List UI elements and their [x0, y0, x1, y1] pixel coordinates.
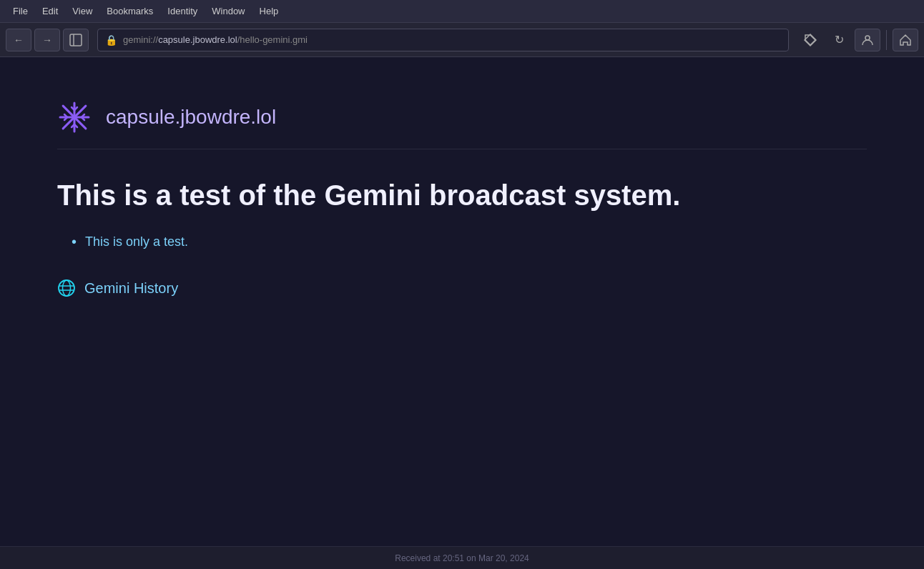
- sidebar-icon: [69, 34, 82, 46]
- snowflake-icon: [59, 102, 90, 133]
- list-item: • This is only a test.: [72, 234, 701, 250]
- site-logo: [57, 100, 92, 134]
- toolbar-divider: [886, 30, 887, 50]
- forward-button[interactable]: →: [34, 29, 60, 51]
- address-bar[interactable]: 🔒 gemini://capsule.jbowdre.lol/hello-gem…: [97, 29, 789, 51]
- back-icon: ←: [14, 34, 24, 46]
- page-content: This is a test of the Gemini broadcast s…: [57, 178, 701, 297]
- gemini-history-link[interactable]: Gemini History: [57, 279, 701, 297]
- menu-window[interactable]: Window: [205, 3, 252, 19]
- bullet-text: This is only a test.: [85, 234, 188, 249]
- tag-icon: [803, 33, 817, 47]
- toolbar-right: ↻: [797, 29, 918, 51]
- menu-file[interactable]: File: [6, 3, 35, 19]
- address-text: gemini://capsule.jbowdre.lol/hello-gemin…: [123, 34, 781, 45]
- bullet-dot: •: [72, 234, 77, 250]
- menu-bookmarks[interactable]: Bookmarks: [99, 3, 160, 19]
- address-path: /hello-gemini.gmi: [237, 34, 308, 45]
- lock-icon: 🔒: [105, 34, 117, 46]
- reload-icon: ↻: [835, 33, 844, 46]
- menu-view[interactable]: View: [65, 3, 99, 19]
- menu-help[interactable]: Help: [252, 3, 286, 19]
- reload-button[interactable]: ↻: [826, 29, 852, 51]
- site-name: capsule.jbowdre.lol: [106, 106, 276, 129]
- main-heading: This is a test of the Gemini broadcast s…: [57, 178, 701, 212]
- menubar: File Edit View Bookmarks Identity Window…: [0, 0, 924, 23]
- sidebar-toggle-button[interactable]: [63, 29, 89, 51]
- address-domain: capsule.jbowdre.lol: [158, 34, 237, 45]
- home-button[interactable]: [893, 29, 918, 51]
- home-icon: [899, 34, 912, 46]
- bullet-list: • This is only a test.: [57, 234, 701, 250]
- site-header: capsule.jbowdre.lol: [57, 100, 867, 149]
- person-icon: [861, 34, 874, 46]
- address-protocol: gemini://: [123, 34, 158, 45]
- status-text: Received at 20:51 on Mar 20, 2024: [395, 553, 529, 563]
- svg-point-3: [865, 36, 870, 40]
- menu-identity[interactable]: Identity: [160, 3, 205, 19]
- back-button[interactable]: ←: [6, 29, 31, 51]
- menu-edit[interactable]: Edit: [35, 3, 65, 19]
- statusbar: Received at 20:51 on Mar 20, 2024: [0, 546, 924, 569]
- forward-icon: →: [42, 34, 52, 46]
- svg-point-17: [63, 280, 71, 296]
- main-content: capsule.jbowdre.lol This is a test of th…: [0, 57, 924, 546]
- toolbar: ← → 🔒 gemini://capsule.jbowdre.lol/hello…: [0, 23, 924, 57]
- svg-point-16: [59, 280, 74, 296]
- tag-button[interactable]: [797, 29, 823, 51]
- identity-button[interactable]: [855, 29, 880, 51]
- gemini-history-label: Gemini History: [84, 280, 178, 297]
- svg-rect-0: [70, 34, 82, 46]
- globe-icon: [57, 279, 76, 297]
